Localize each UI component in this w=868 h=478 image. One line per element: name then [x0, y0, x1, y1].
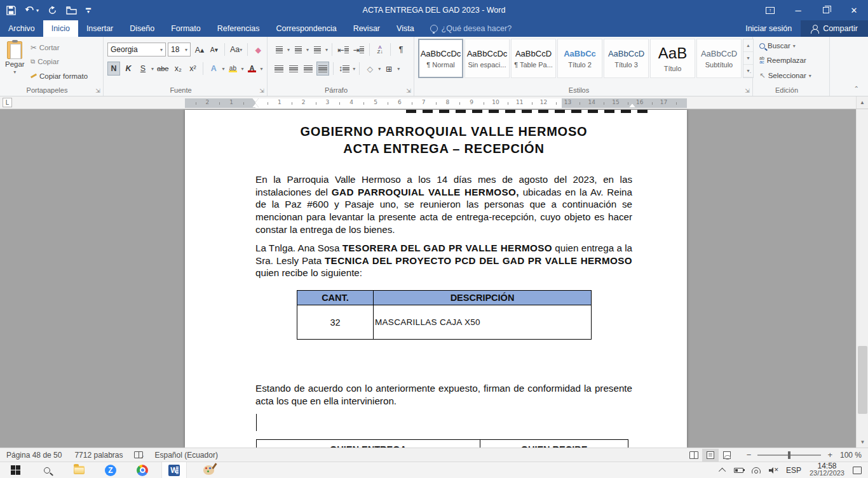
- bullets-button[interactable]: [273, 43, 285, 56]
- clear-formatting-button[interactable]: ◆: [252, 43, 264, 56]
- print-layout-button[interactable]: [702, 449, 719, 461]
- tab-vista[interactable]: Vista: [388, 20, 423, 37]
- change-case-button[interactable]: Aa▾: [229, 43, 243, 56]
- bold-button[interactable]: N: [107, 62, 120, 76]
- zoom-slider-thumb[interactable]: [788, 451, 790, 459]
- style-subtitulo[interactable]: AaBbCcDSubtítulo: [696, 39, 742, 78]
- underline-dropdown-icon[interactable]: ▾: [151, 66, 154, 72]
- portapapeles-dialog-launcher[interactable]: [95, 88, 101, 94]
- grow-font-button[interactable]: A▴: [193, 43, 206, 56]
- style-titulo-3[interactable]: AaBbCcDTítulo 3: [604, 39, 649, 78]
- volume-muted-icon[interactable]: ✕: [769, 467, 778, 474]
- paste-button[interactable]: Pegar ▾: [5, 41, 25, 75]
- hidden-icons-chevron-icon[interactable]: [719, 467, 726, 474]
- scroll-down-icon[interactable]: ▼: [857, 437, 868, 448]
- restore-button[interactable]: [812, 0, 840, 20]
- clock[interactable]: 14:58 23/12/2023: [810, 463, 844, 478]
- tab-stop-selector[interactable]: L: [3, 98, 12, 107]
- replace-button[interactable]: abacReemplazar: [759, 56, 806, 64]
- styles-more-icon[interactable]: ▼̱: [743, 65, 753, 77]
- tab-correspondencia[interactable]: Correspondencia: [268, 20, 344, 37]
- increase-indent-button[interactable]: ⇥: [352, 43, 365, 56]
- tab-diseno[interactable]: Diseño: [121, 20, 163, 37]
- tab-inicio[interactable]: Inicio: [43, 20, 78, 37]
- align-right-button[interactable]: [302, 62, 315, 76]
- left-indent-marker[interactable]: [252, 103, 259, 107]
- font-family-combo[interactable]: Georgia▾: [107, 43, 166, 56]
- taskbar-search-button[interactable]: [34, 462, 60, 478]
- start-button[interactable]: [3, 462, 28, 478]
- chrome-button[interactable]: [130, 462, 155, 478]
- action-center-icon[interactable]: [853, 467, 862, 474]
- fuente-dialog-launcher[interactable]: [259, 88, 265, 94]
- tab-formato[interactable]: Formato: [163, 20, 209, 37]
- signin-button[interactable]: Iniciar sesión: [736, 20, 801, 37]
- tab-revisar[interactable]: Revisar: [345, 20, 388, 37]
- word-taskbar-button[interactable]: W: [161, 462, 187, 478]
- borders-button[interactable]: ⊞: [383, 62, 395, 76]
- font-size-combo[interactable]: 18▾: [168, 43, 191, 56]
- word-count[interactable]: 7712 palabras: [68, 451, 129, 460]
- items-table[interactable]: CANT. DESCRIPCIÓN 32 MASCARILLAS CAJA X5…: [297, 290, 592, 340]
- estilos-dialog-launcher[interactable]: [744, 88, 750, 94]
- numbering-button[interactable]: [292, 43, 304, 56]
- italic-button[interactable]: K: [122, 62, 135, 76]
- proofing-icon[interactable]: [134, 451, 143, 458]
- justify-button[interactable]: [316, 62, 329, 76]
- highlight-button[interactable]: ab: [226, 62, 239, 76]
- format-painter-button[interactable]: Copiar formato: [31, 72, 88, 80]
- cut-button[interactable]: ✂Cortar: [31, 43, 60, 52]
- decrease-indent-button[interactable]: ⇤: [336, 43, 349, 56]
- styles-scroll-down-icon[interactable]: ▼: [743, 52, 753, 65]
- copy-button[interactable]: ⧉Copiar: [31, 58, 59, 65]
- web-layout-button[interactable]: [719, 449, 735, 461]
- sort-button[interactable]: AZ↓: [374, 43, 386, 56]
- align-center-button[interactable]: [287, 62, 300, 76]
- align-left-button[interactable]: [273, 62, 285, 76]
- zoom-app-button[interactable]: Z: [98, 462, 123, 478]
- wifi-icon[interactable]: [752, 467, 761, 474]
- first-line-indent-marker[interactable]: [252, 98, 259, 102]
- zoom-slider[interactable]: [757, 455, 821, 456]
- tab-referencias[interactable]: Referencias: [209, 20, 268, 37]
- paint-button[interactable]: [196, 462, 221, 478]
- text-effects-button[interactable]: A: [207, 62, 220, 76]
- keyboard-language[interactable]: ESP: [786, 466, 801, 475]
- subscript-button[interactable]: x₂: [172, 62, 184, 76]
- ribbon-display-options-button[interactable]: ↑: [756, 0, 784, 20]
- styles-scroll-up-icon[interactable]: ▲: [743, 39, 753, 52]
- style-sin-espaciado[interactable]: AaBbCcDcSin espaci...: [465, 39, 510, 78]
- language-indicator[interactable]: Español (Ecuador): [148, 451, 224, 460]
- select-button[interactable]: ↖Seleccionar▾: [759, 71, 811, 80]
- scrollbar-thumb[interactable]: [858, 346, 867, 414]
- shading-button[interactable]: ◇: [363, 62, 376, 76]
- share-button[interactable]: Compartir: [801, 20, 868, 37]
- battery-icon[interactable]: [734, 468, 743, 473]
- zoom-out-button[interactable]: −: [745, 450, 753, 460]
- tab-archivo[interactable]: Archivo: [0, 20, 43, 37]
- tab-insertar[interactable]: Insertar: [78, 20, 121, 37]
- file-explorer-button[interactable]: [66, 462, 92, 478]
- style-normal[interactable]: AaBbCcDc¶ Normal: [418, 39, 463, 78]
- vertical-scrollbar[interactable]: ▼: [856, 109, 868, 448]
- close-button[interactable]: ✕: [840, 0, 868, 20]
- find-button[interactable]: Buscar▾: [759, 42, 796, 50]
- style-titulo-2[interactable]: AaBbCcTítulo 2: [557, 39, 602, 78]
- collapse-ribbon-icon[interactable]: ⌃: [854, 85, 859, 92]
- style-titulo[interactable]: AaBTítulo: [650, 39, 695, 78]
- right-indent-marker[interactable]: [629, 103, 635, 107]
- line-spacing-button[interactable]: ↕: [337, 62, 351, 76]
- signature-table[interactable]: QUIEN ENTREGA QUIEN RECIBE: [256, 439, 628, 448]
- minimize-button[interactable]: ─: [784, 0, 812, 20]
- parrafo-dialog-launcher[interactable]: [405, 88, 412, 94]
- strikethrough-button[interactable]: abe: [156, 62, 170, 76]
- pilcrow-button[interactable]: ¶: [395, 43, 407, 56]
- zoom-level[interactable]: 100 %: [834, 451, 868, 460]
- multilevel-list-button[interactable]: [311, 43, 323, 56]
- scroll-up-icon[interactable]: ▲: [856, 96, 868, 109]
- font-color-button[interactable]: A: [245, 62, 258, 76]
- read-mode-button[interactable]: [686, 449, 702, 461]
- tellme-box[interactable]: ¿Qué desea hacer?: [423, 20, 520, 37]
- page-indicator[interactable]: Página 48 de 50: [0, 451, 68, 460]
- document-page[interactable]: GOBIERNO PARROQUIAL VALLE HERMOSO ACTA E…: [185, 110, 687, 448]
